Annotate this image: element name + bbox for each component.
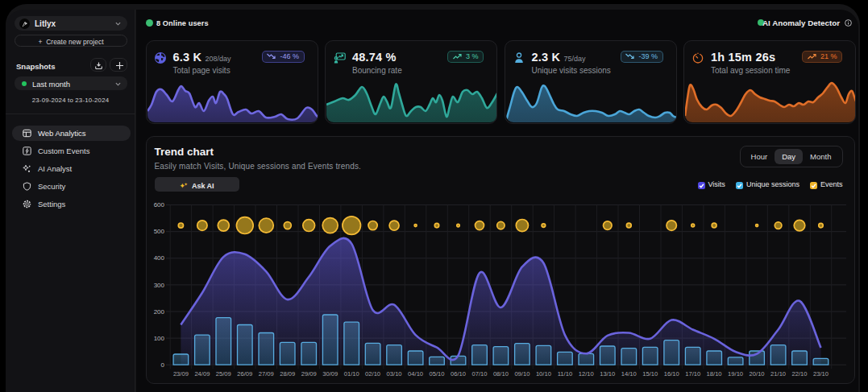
svg-text:100: 100 bbox=[153, 335, 164, 342]
svg-text:25/09: 25/09 bbox=[215, 370, 230, 378]
svg-text:0: 0 bbox=[160, 361, 164, 369]
svg-text:600: 600 bbox=[153, 201, 164, 208]
svg-text:21/10: 21/10 bbox=[770, 370, 786, 378]
svg-text:07/10: 07/10 bbox=[471, 370, 487, 378]
svg-text:27/09: 27/09 bbox=[258, 370, 273, 378]
svg-text:30/09: 30/09 bbox=[322, 370, 338, 378]
svg-text:26/09: 26/09 bbox=[237, 370, 252, 378]
svg-text:28/09: 28/09 bbox=[280, 370, 295, 378]
svg-text:300: 300 bbox=[153, 282, 164, 289]
svg-text:22/10: 22/10 bbox=[791, 370, 807, 378]
svg-text:18/10: 18/10 bbox=[706, 370, 721, 378]
svg-text:29/09: 29/09 bbox=[301, 370, 316, 378]
svg-text:19/10: 19/10 bbox=[728, 370, 743, 378]
svg-text:16/10: 16/10 bbox=[663, 370, 679, 378]
svg-text:04/10: 04/10 bbox=[408, 370, 423, 378]
svg-text:08/10: 08/10 bbox=[492, 370, 508, 378]
svg-text:12/10: 12/10 bbox=[578, 370, 593, 378]
svg-text:13/10: 13/10 bbox=[600, 370, 615, 378]
svg-text:20/10: 20/10 bbox=[749, 370, 764, 378]
svg-text:10/10: 10/10 bbox=[535, 370, 550, 378]
svg-text:01/10: 01/10 bbox=[343, 370, 359, 378]
svg-text:23/09: 23/09 bbox=[172, 370, 188, 378]
svg-text:14/10: 14/10 bbox=[621, 370, 636, 378]
svg-text:24/09: 24/09 bbox=[194, 370, 210, 378]
svg-text:23/10: 23/10 bbox=[812, 370, 828, 378]
svg-text:17/10: 17/10 bbox=[685, 370, 700, 378]
svg-text:02/10: 02/10 bbox=[365, 370, 380, 378]
svg-text:15/10: 15/10 bbox=[642, 370, 658, 378]
svg-text:03/10: 03/10 bbox=[386, 370, 401, 378]
svg-text:11/10: 11/10 bbox=[557, 370, 571, 378]
svg-text:05/10: 05/10 bbox=[429, 370, 444, 378]
svg-text:500: 500 bbox=[153, 228, 164, 235]
svg-text:200: 200 bbox=[153, 308, 164, 316]
svg-text:09/10: 09/10 bbox=[514, 370, 530, 378]
svg-text:400: 400 bbox=[153, 254, 164, 262]
svg-text:06/10: 06/10 bbox=[450, 370, 465, 378]
